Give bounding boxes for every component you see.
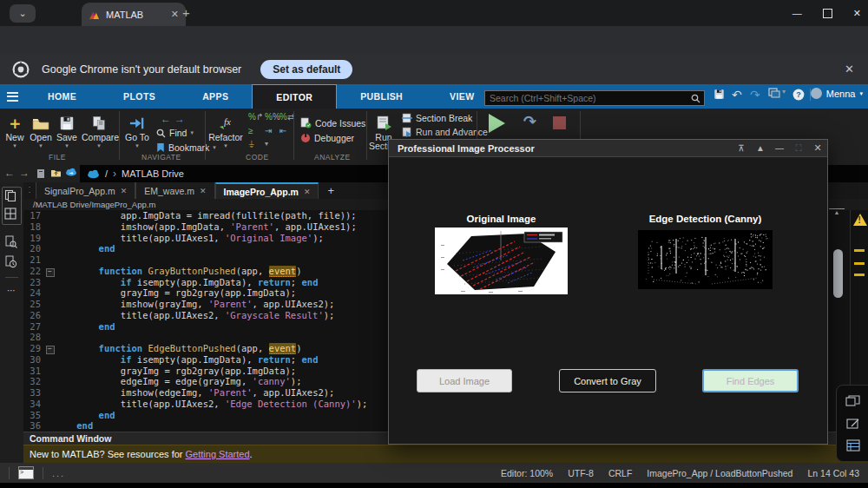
file-history-icon[interactable] xyxy=(4,255,19,270)
panel-table-icon[interactable] xyxy=(846,439,860,452)
refactor-button[interactable]: fx Refactor▾ xyxy=(208,110,243,149)
convert-to-gray-button[interactable]: Convert to Gray xyxy=(559,369,656,392)
dialog-pin-icon[interactable]: ⊼ xyxy=(732,143,751,153)
new-file-tab-button[interactable]: + xyxy=(319,182,343,199)
dialog-maximize-icon[interactable]: ⛶ xyxy=(789,143,808,154)
layout-icon[interactable] xyxy=(768,88,780,98)
toolstrip-tab-home[interactable]: HOME xyxy=(24,84,100,109)
status-right: Editor: 100%UTF-8CRLFImagePro_App / Load… xyxy=(501,468,868,478)
new-script-icon[interactable] xyxy=(36,168,46,179)
warning-triangle-icon[interactable] xyxy=(853,214,867,226)
search-input[interactable] xyxy=(485,93,691,103)
toolstrip-tab-plots[interactable]: PLOTS xyxy=(100,84,179,109)
code-issues-button[interactable]: Code Issues xyxy=(300,117,365,129)
redo-icon[interactable]: ↷ xyxy=(750,88,760,102)
section-break-icon xyxy=(402,113,412,123)
cloud-sync-icon[interactable] xyxy=(65,168,77,177)
tabbar-handle-icon[interactable]: ⁚ xyxy=(23,182,36,199)
status-item: Editor: 100% xyxy=(501,468,553,478)
search-icon[interactable] xyxy=(691,94,700,103)
dialog-minimize-icon[interactable]: — xyxy=(770,143,789,153)
bookmark-button[interactable]: Bookmark ▾ xyxy=(156,142,216,153)
file-tab-close-icon[interactable]: ✕ xyxy=(200,187,207,195)
section-break-button[interactable]: Section Break xyxy=(402,113,472,123)
code-section-label: CODE xyxy=(246,153,269,162)
layout-caret-icon[interactable]: ▾ xyxy=(782,88,786,96)
run-button[interactable] xyxy=(489,114,505,133)
warning-marker[interactable] xyxy=(854,262,865,265)
quick-save-icon[interactable] xyxy=(713,89,725,100)
file-tab-ImagePro_App.m[interactable]: ImagePro_App.m✕ xyxy=(215,182,319,199)
file-tab-close-icon[interactable]: ✕ xyxy=(304,188,311,196)
new-button[interactable]: ＋ New▾ xyxy=(2,110,28,149)
close-button[interactable]: ✕ xyxy=(853,8,861,19)
nav-forward-icon[interactable]: → xyxy=(174,113,185,125)
toolstrip-tab-editor[interactable]: EDITOR xyxy=(252,84,337,109)
help-icon[interactable]: ? xyxy=(792,89,805,101)
run-and-advance-button[interactable]: Run and Advance xyxy=(402,127,488,137)
sidebar-more-icon[interactable]: ⋯ xyxy=(4,283,19,298)
status-item: CRLF xyxy=(608,468,632,478)
browser-tabstrip: ⌄ MATLAB ✕ + — ✕ xyxy=(0,0,868,26)
command-window-toggle-icon[interactable] xyxy=(18,466,34,479)
editor-scrollbar-thumb[interactable] xyxy=(833,249,843,298)
set-as-default-button[interactable]: Set as default xyxy=(260,60,352,79)
find-button[interactable]: Find ▾ xyxy=(156,128,194,138)
nav-back-icon[interactable]: ← xyxy=(161,113,171,125)
getting-started-link[interactable]: Getting Started xyxy=(186,449,250,459)
warning-marker[interactable] xyxy=(854,274,865,276)
tab-search-button[interactable]: ⌄ xyxy=(10,4,36,23)
step-button[interactable]: ↷ xyxy=(523,112,536,131)
dialog-close-icon[interactable]: ✕ xyxy=(808,142,827,154)
maximize-button[interactable] xyxy=(823,9,832,18)
panel-windows-icon[interactable] xyxy=(845,395,860,407)
browser-tab[interactable]: MATLAB ✕ xyxy=(82,3,186,26)
doc-search-box[interactable] xyxy=(484,90,705,106)
goto-arrow-icon xyxy=(128,115,146,131)
stop-icon xyxy=(553,116,566,129)
new-tab-button[interactable]: + xyxy=(182,7,190,19)
stop-button[interactable] xyxy=(553,116,566,129)
toolstrip-tab-publish[interactable]: PUBLISH xyxy=(337,84,426,109)
open-folder-icon xyxy=(32,117,49,131)
history-back-icon[interactable]: ← xyxy=(4,167,15,179)
compare-button[interactable]: Compare▾ xyxy=(82,110,116,149)
user-menu[interactable]: Menna ▾ xyxy=(811,88,863,99)
status-more-icon[interactable]: ... xyxy=(52,468,65,478)
dialog-dock-icon[interactable]: ▲ xyxy=(751,143,770,153)
warning-marker[interactable] xyxy=(854,249,865,252)
minimize-button[interactable]: — xyxy=(792,8,802,18)
files-panel-icon[interactable] xyxy=(4,189,19,204)
grid-panel-icon[interactable] xyxy=(4,208,19,222)
load-image-button[interactable]: Load Image xyxy=(417,369,512,392)
toolstrip-tab-apps[interactable]: APPS xyxy=(179,84,252,109)
original-image-title: Original Image xyxy=(435,214,568,224)
find-files-icon[interactable] xyxy=(4,235,19,250)
open-button[interactable]: Open▾ xyxy=(28,110,54,149)
save-button[interactable]: Save▾ xyxy=(54,110,80,149)
breadcrumb-drive[interactable]: MATLAB Drive xyxy=(122,168,184,179)
file-tab-SignalPro_App.m[interactable]: SignalPro_App.m✕ xyxy=(36,182,135,199)
status-item: Ln 14 Col 43 xyxy=(807,468,859,478)
save-floppy-icon xyxy=(59,115,75,131)
default-browser-banner: Google Chrome isn't your default browser… xyxy=(0,54,868,84)
tab-close-icon[interactable]: ✕ xyxy=(171,9,179,20)
find-edges-button[interactable]: Find Edges xyxy=(702,369,799,392)
file-tab-EM_wave.m[interactable]: EM_wave.m✕ xyxy=(135,182,214,199)
navigate-section-label: NAVIGATE xyxy=(141,153,181,162)
getting-started-bar: New to MATLAB? See resources for Getting… xyxy=(23,445,868,464)
upload-folder-icon[interactable] xyxy=(50,168,62,177)
nav-history-arrows[interactable]: ← → xyxy=(161,113,185,125)
dialog-title-bar[interactable]: Professional Image Processor ⊼ ▲ — ⛶ ✕ xyxy=(389,140,827,157)
debugger-button[interactable]: Debugger xyxy=(300,133,354,143)
scroll-top-icon[interactable]: ▲ xyxy=(829,208,845,215)
banner-close-icon[interactable]: ✕ xyxy=(845,63,854,76)
file-tab-close-icon[interactable]: ✕ xyxy=(121,187,128,195)
image-processor-dialog: Professional Image Processor ⊼ ▲ — ⛶ ✕ O… xyxy=(388,139,828,445)
toolstrip-menu-icon[interactable] xyxy=(0,84,24,109)
toolstrip-tabs: HOMEPLOTSAPPSEDITORPUBLISHVIEW xyxy=(24,84,498,109)
history-forward-icon[interactable]: → xyxy=(19,167,30,179)
undo-icon[interactable]: ↶ xyxy=(732,88,742,102)
panel-edit-icon[interactable] xyxy=(846,418,860,430)
goto-button[interactable]: Go To▾ xyxy=(122,110,152,149)
